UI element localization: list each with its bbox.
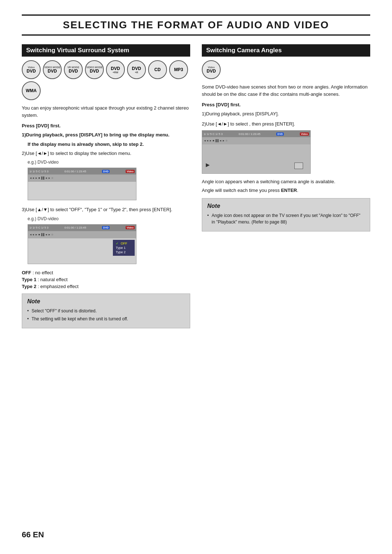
angle-text-2: Angle will switch each time you press EN… [202,187,370,194]
disc-icon-cd: CD [148,60,167,79]
disc-icon-dvd-video: Video DVD [22,60,41,79]
screen1-content [28,182,136,200]
disc-icon-dvd-plusrw: DVD +RW [106,60,125,79]
left-note-box: Note Select "OFF" if sound is distorted.… [22,294,190,328]
screen2-menu: ✓ OFF Type 1 Type 2 [113,240,135,256]
disc-icon-dvd-videomode2: VIDEO MODE DVD [85,60,104,79]
screen2-topbar: 1/ 1/ 5 C 1/ 5 3 0:01:00 / 1:23:45 DVD V… [28,225,136,231]
menu-item-type1: Type 1 [116,246,132,250]
disc-icons-right: Video DVD [202,60,370,79]
right-screen-controls: ◄◄ ► ■ ▐▐ ◄ ► ☆ [202,137,310,144]
left-note-item-1: Select "OFF" if sound is distorted. [27,308,185,314]
dvd-screen-1: 1/ 1/ 5 C 1/ 5 3 0:01:00 / 1:23:45 DVD V… [28,168,136,200]
disc-icon-dvd-videomode: VIDEO MODE DVD [43,60,62,79]
left-note-title: Note [27,298,185,305]
right-section-header: Switching Camera Angles [202,44,370,57]
left-step3-eg: e.g.) DVD-video [28,216,190,221]
right-column: Switching Camera Angles Video DVD Some D… [202,44,370,328]
right-screen-topbar: 1/ 1/ 5 C 1/ 5 3 0:01:00 / 1:23:45 DVD V… [202,131,310,137]
left-section-header: Switching Virtual Surround System [22,44,190,57]
right-screen-angle-box [294,163,303,169]
right-step2: 2)Use [◄/►] to select , then press [ENTE… [202,120,370,128]
right-screen-arrow: ▶ [206,162,210,168]
right-screen-body: ▶ [202,144,310,173]
left-step3: 3)Use [▲/▼] to select "OFF", "Type 1" or… [22,206,190,213]
page-footer: 66 EN [22,530,44,539]
right-dvd-screen: 1/ 1/ 5 C 1/ 5 3 0:01:00 / 1:23:45 DVD V… [202,130,311,174]
type2-description: Type 2 : emphasized effect [22,284,190,289]
left-step2: 2)Use [◄/►] to select to display the sel… [22,150,190,157]
disc-icon-mp3: MP3 [169,60,188,79]
right-note-box: Note Angle icon does not appear on the T… [202,198,370,231]
menu-item-off: ✓ OFF [116,241,132,246]
left-intro-text: You can enjoy stereophonic virtual space… [22,104,190,119]
screen2-content: ✓ OFF Type 1 Type 2 [28,238,136,264]
disc-icons-left: Video DVD VIDEO MODE DVD VR MODE DVD VID… [22,60,190,100]
menu-item-type2: Type 2 [116,250,132,254]
disc-icon-right-dvd-video: Video DVD [202,60,221,79]
left-step2-eg: e.g.) DVD-video [28,160,190,165]
dvd-screen-2: 1/ 1/ 5 C 1/ 5 3 0:01:00 / 1:23:45 DVD V… [28,224,136,264]
disc-icon-dvd-vrmode: VR MODE DVD [64,60,83,79]
right-intro-text: Some DVD-video have scenes shot from two… [202,83,370,98]
angle-text-1: Angle icon appears when a switching came… [202,178,370,185]
disc-icon-dvd-plusr: DVD +R [127,60,146,79]
page-title: SELECTING THE FORMAT OF AUDIO AND VIDEO [22,15,370,36]
left-note-item-2: The setting will be kept when the unit i… [27,316,185,322]
disc-icon-wma: WMA [22,81,41,100]
screen1-topbar: 1/ 1/ 5 C 1/ 5 3 0:01:00 / 1:23:45 DVD V… [28,168,136,175]
left-step1-sub: If the display menu is already shown, sk… [28,141,190,147]
screen2-controls: ◄◄ ► ■ ▐▐ ◄ ► ☆ [28,231,136,238]
left-step1: 1)During playback, press [DISPLAY] to br… [22,131,190,139]
right-note-title: Note [207,203,365,209]
right-press-dvd: Press [DVD] first. [202,102,370,107]
off-description: OFF : no effect [22,270,190,275]
left-column: Switching Virtual Surround System Video … [22,44,190,328]
right-step1: 1)During playback, press [DISPLAY]. [202,110,370,118]
right-screen-inner: 1/ 1/ 5 C 1/ 5 3 0:01:00 / 1:23:45 DVD V… [202,131,310,173]
screen1-controls: ◄◄ ► ■ ▐▐ ◄ ► ☆ [28,175,136,182]
right-note-item-1: Angle icon does not appear on the TV scr… [207,212,365,225]
left-press-dvd: Press [DVD] first. [22,123,190,128]
type1-description: Type 1 : natural effect [22,277,190,282]
